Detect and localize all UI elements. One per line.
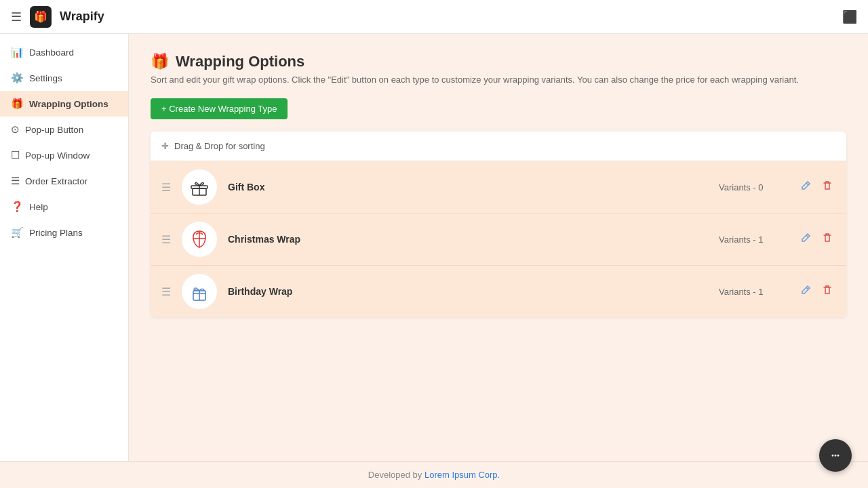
sidebar-item-popup-button[interactable]: ⊙ Pop-up Button [0,117,128,142]
birthday-wrap-icon-circle [182,274,217,309]
sidebar-label-wrapping-options: Wrapping Options [29,99,108,109]
gift-box-actions [797,178,835,197]
gift-box-edit-button[interactable] [797,178,814,197]
svg-point-9 [835,455,837,457]
sidebar-label-dashboard: Dashboard [29,47,74,58]
sidebar: 📊 Dashboard ⚙️ Settings 🎁 Wrapping Optio… [0,34,129,461]
christmas-wrap-delete-button[interactable] [819,230,835,249]
sidebar-label-pricing-plans: Pricing Plans [29,228,83,238]
create-wrapping-type-button[interactable]: + Create New Wrapping Type [151,98,288,119]
birthday-wrap-delete-button[interactable] [819,282,835,301]
logout-icon[interactable]: ⬛ [842,9,857,24]
dashboard-icon: 📊 [11,46,24,58]
christmas-wrap-edit-button[interactable] [797,230,814,249]
gift-box-delete-button[interactable] [819,178,835,197]
gift-box-icon-circle [182,169,217,205]
sidebar-item-wrapping-options[interactable]: 🎁 Wrapping Options [0,91,128,117]
wrapping-options-icon: 🎁 [11,98,24,110]
birthday-wrap-edit-button[interactable] [797,282,814,301]
sidebar-item-dashboard[interactable]: 📊 Dashboard [0,39,128,65]
sidebar-item-settings[interactable]: ⚙️ Settings [0,65,128,91]
sidebar-label-popup-window: Pop-up Window [25,150,90,161]
christmas-wrap-variants: Variants - 1 [719,235,787,245]
drag-handle-icon[interactable]: ☰ [161,181,171,194]
settings-icon: ⚙️ [11,72,24,84]
pricing-plans-icon: 🛒 [11,226,24,239]
footer-link[interactable]: Lorem Ipsum Corp. [425,470,500,480]
birthday-wrap-variants: Variants - 1 [719,287,787,297]
main-content: 🎁 Wrapping Options Sort and edit your gi… [129,34,868,461]
app-title: Wrapify [60,9,104,24]
sidebar-item-order-extractor[interactable]: ☰ Order Extractor [0,168,128,194]
drag-drop-header: ✛ Drag & Drop for sorting [151,131,846,161]
christmas-wrap-name: Christmas Wrap [228,234,708,245]
christmas-wrap-icon-circle [182,222,217,257]
header: ☰ 🎁 Wrapify ⬛ [0,0,868,34]
sidebar-item-popup-window[interactable]: ☐ Pop-up Window [0,142,128,168]
popup-window-icon: ☐ [11,149,20,161]
page-header: 🎁 Wrapping Options [151,53,846,70]
table-row: ☰ Christmas Wrap Variants - 1 [151,214,846,266]
layout: 📊 Dashboard ⚙️ Settings 🎁 Wrapping Optio… [0,34,868,461]
svg-point-8 [832,455,834,457]
sidebar-item-help[interactable]: ❓ Help [0,194,128,220]
drag-handle-icon[interactable]: ☰ [161,285,171,298]
header-left: ☰ 🎁 Wrapify [11,6,104,28]
footer: Developed by Lorem Ipsum Corp. [0,461,868,488]
footer-text: Developed by [368,470,425,480]
gift-box-name: Gift Box [228,182,708,192]
wrapping-options-card: ✛ Drag & Drop for sorting ☰ Gift Box Var… [151,131,846,317]
page-description: Sort and edit your gift wrap options. Cl… [151,75,846,85]
help-icon: ❓ [11,201,24,213]
logo-icon: 🎁 [30,6,52,28]
svg-point-10 [837,455,840,457]
table-row: ☰ Gift Box Variants - 0 [151,161,846,214]
drag-handle-icon[interactable]: ☰ [161,233,171,246]
birthday-wrap-name: Birthday Wrap [228,286,708,297]
sidebar-label-settings: Settings [29,73,62,83]
sidebar-item-pricing-plans[interactable]: 🛒 Pricing Plans [0,220,128,245]
sidebar-label-help: Help [29,202,48,212]
sidebar-label-popup-button: Pop-up Button [25,125,83,135]
gift-box-variants: Variants - 0 [719,182,787,192]
birthday-wrap-actions [797,282,835,301]
chat-bubble-button[interactable] [819,439,852,472]
page-title: Wrapping Options [176,53,304,70]
christmas-wrap-actions [797,230,835,249]
drag-drop-label: Drag & Drop for sorting [174,141,265,151]
order-extractor-icon: ☰ [11,175,20,187]
arrows-move-icon: ✛ [161,141,169,151]
sidebar-label-order-extractor: Order Extractor [25,176,87,186]
hamburger-icon[interactable]: ☰ [11,9,22,24]
popup-button-icon: ⊙ [11,123,20,136]
table-row: ☰ Birthday Wrap Variants - 1 [151,266,846,317]
page-header-icon: 🎁 [151,53,169,70]
